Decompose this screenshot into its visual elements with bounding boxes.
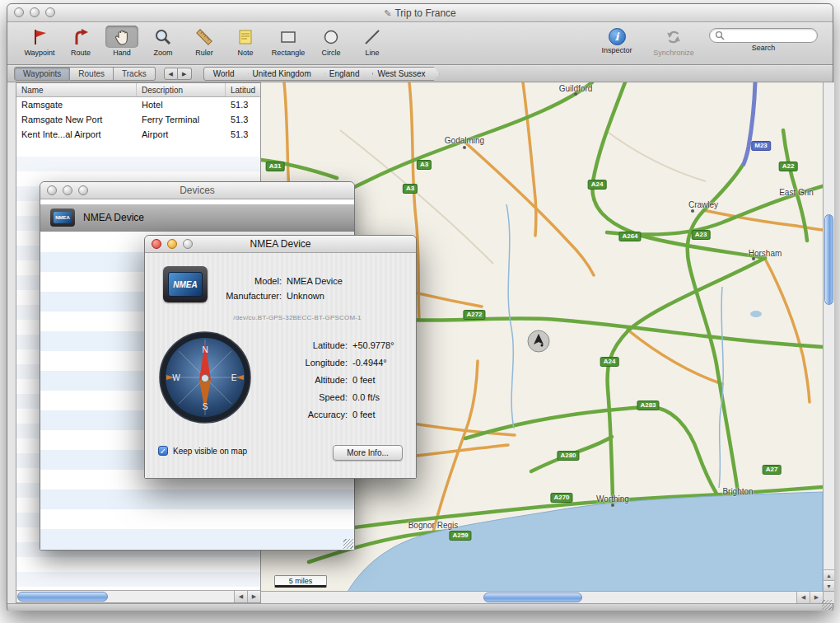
toolbar: Waypoint Route Hand Zoom Ruler Note [7,22,833,65]
device-info: Model:NMEA Device Manufacturer:Unknown [214,276,343,301]
compass-e: E [231,373,237,382]
tool-synchronize[interactable]: Synchronize [650,26,698,57]
tab-routes[interactable]: Routes [70,67,114,81]
back-button[interactable] [164,68,178,80]
scroll-right-arrow[interactable]: ▶ [247,591,260,602]
road-badge: A264 [618,232,641,241]
scroll-up-arrow[interactable]: ▲ [824,569,834,580]
tool-inspector[interactable]: Inspector [595,26,638,54]
road-badge: A259 [449,531,471,541]
scrollbar-thumb[interactable] [17,592,108,602]
accuracy-label: Accuracy: [255,410,348,419]
road-badge: A27 [763,465,782,475]
titlebar[interactable]: NMEA Device [145,236,416,253]
magnifier-icon [147,26,180,48]
panel-horizontal-scrollbar[interactable]: ◀ ▶ [16,590,260,602]
nmea-device-icon: NMEA [163,266,208,302]
scrollbar-thumb[interactable] [483,593,582,602]
more-info-button[interactable]: More Info... [333,445,403,461]
zoom-button[interactable] [45,7,55,17]
circle-icon [315,26,348,48]
model-label: Model: [214,276,282,286]
compass-n: N [202,345,208,354]
breadcrumb-world[interactable]: World [203,67,249,81]
tool-route[interactable]: Route [60,26,101,57]
device-detail-panel: NMEA Model:NMEA Device Manufacturer:Unkn… [145,253,416,478]
window-title: Trip to France [394,7,455,19]
rectangle-icon [272,26,305,48]
line-icon [356,26,389,48]
tool-hand[interactable]: Hand [101,26,142,57]
close-button[interactable] [14,7,24,17]
tool-rectangle[interactable]: Rectangle [266,26,310,57]
road-badge: A3 [417,160,432,170]
road-badge: A270 [550,493,572,503]
column-name[interactable]: Name [16,83,137,96]
resize-grip[interactable] [343,539,353,549]
motorway-badge: M23 [751,141,771,151]
scroll-down-arrow[interactable]: ▼ [824,580,834,591]
town-label: Brighton [722,487,753,496]
titlebar[interactable]: Devices [40,182,354,199]
town-label: Godalming [445,136,484,145]
table-row[interactable]: Kent Inte...al Airport Airport 51.3 [16,127,260,142]
table-row[interactable]: Ramsgate New Port Ferry Terminal 51.3 [16,112,260,127]
scrollbar-thumb[interactable] [824,214,833,305]
gps-readouts: Latitude:+50.9778° Longitude:-0.4944° Al… [255,340,394,419]
town-label: Crawley [688,200,718,209]
tool-line[interactable]: Line [352,26,393,57]
breadcrumb-england[interactable]: England [320,67,374,81]
road-badge: A283 [637,400,659,410]
tab-tracks[interactable]: Tracks [114,67,156,81]
tool-ruler[interactable]: Ruler [184,26,225,57]
navigation-bar: Waypoints Routes Tracks World United Kin… [7,66,833,82]
minimize-button[interactable] [167,239,177,249]
minimize-button[interactable] [30,7,40,17]
search-input[interactable] [725,30,812,40]
town-label: Worthing [596,494,629,504]
resize-grip[interactable] [822,600,832,610]
tool-zoom[interactable]: Zoom [142,26,184,57]
longitude-value: -0.4944° [352,358,387,368]
zoom-button[interactable] [183,239,193,249]
accuracy-value: 0 feet [352,410,376,419]
titlebar[interactable]: Trip to France [7,4,833,22]
tab-waypoints[interactable]: Waypoints [14,67,70,81]
minimize-button[interactable] [63,185,72,195]
longitude-label: Longitude: [255,358,348,368]
map-vertical-scrollbar[interactable]: ▲ ▼ [823,82,834,591]
search-area: Search [709,26,818,52]
search-field[interactable] [709,28,818,43]
map-horizontal-scrollbar[interactable]: ◀ ▶ [261,591,823,603]
road-badge: A272 [463,310,485,320]
search-icon [715,30,725,40]
synchronize-arrows-icon [657,26,690,48]
breadcrumb-united-kingdom[interactable]: United Kingdom [243,67,325,81]
device-list-item[interactable]: NMEA NMEA Device [40,204,354,232]
nmea-device-window: NMEA Device NMEA Model:NMEA Device Manuf… [144,235,417,479]
inspector-info-icon [609,28,626,45]
road-badge: A24 [588,180,607,190]
close-button[interactable] [152,239,161,249]
waypoint-flag-icon [23,26,56,48]
breadcrumb: World United Kingdom England West Sussex [203,67,440,81]
table-row[interactable]: Ramsgate Hotel 51.3 [16,97,260,112]
column-description[interactable]: Description [137,83,226,96]
scroll-left-arrow[interactable]: ◀ [234,591,247,602]
forward-button[interactable] [178,68,192,80]
tool-waypoint[interactable]: Waypoint [19,26,60,57]
road-badge: A23 [692,230,711,240]
compass-s: S [203,402,208,411]
scroll-right-arrow[interactable]: ▶ [810,592,823,603]
scroll-left-arrow[interactable]: ◀ [796,592,810,603]
speed-label: Speed: [255,392,348,402]
map-scale-indicator: 5 miles [274,575,327,588]
window-footer [7,603,833,611]
tool-circle[interactable]: Circle [310,26,352,57]
breadcrumb-west-sussex[interactable]: West Sussex [367,67,439,81]
zoom-button[interactable] [78,185,88,195]
tool-note[interactable]: Note [225,26,266,57]
column-latitude[interactable]: Latitud [226,83,260,96]
close-button[interactable] [47,185,57,195]
keep-visible-checkbox[interactable] [158,446,168,456]
